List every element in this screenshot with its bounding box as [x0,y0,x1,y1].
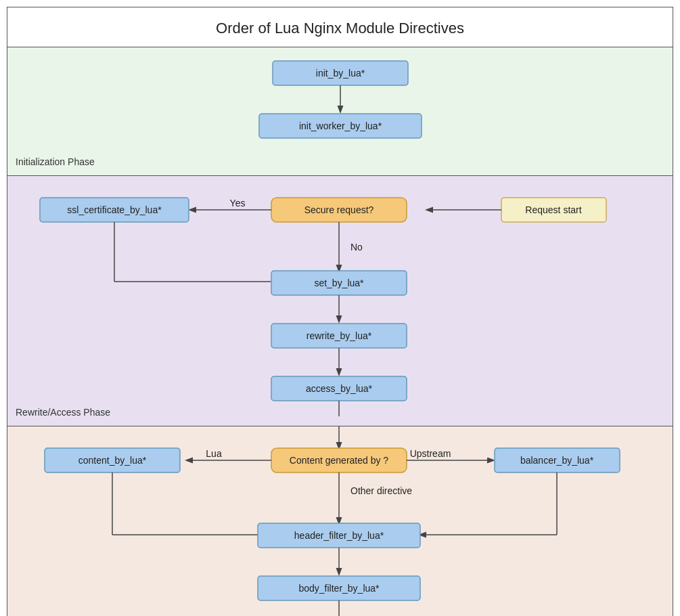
phase-rewrite-label: Rewrite/Access Phase [16,407,110,418]
rewrite-by-lua-label: rewrite_by_lua* [307,330,372,341]
body-filter-label: body_filter_by_lua* [298,583,380,594]
access-by-lua-label: access_by_lua* [306,383,373,394]
content-gen-label: Content generated by ? [290,455,389,466]
secure-request-label: Secure request? [304,204,374,215]
lua-label: Lua [206,448,222,459]
content-by-lua-label: content_by_lua* [78,455,147,466]
phase-init-svg: init_by_lua* init_worker_by_lua* [7,47,673,173]
diagram-title: Order of Lua Nginx Module Directives [7,7,673,47]
header-filter-label: header_filter_by_lua* [294,530,384,541]
ssl-cert-label: ssl_certificate_by_lua* [67,204,162,215]
phase-content: Content generated by ? Lua content_by_lu… [7,426,673,616]
balancer-by-lua-label: balancer_by_lua* [520,455,594,466]
diagram-wrapper: Order of Lua Nginx Module Directives ini… [7,7,673,616]
other-directive-label: Other directive [350,485,412,496]
yes-label: Yes [230,198,246,208]
request-start-label: Request start [525,204,581,215]
phase-rewrite: Request start Secure request? Yes ssl_ce… [7,175,673,426]
phase-content-svg: Content generated by ? Lua content_by_lu… [7,426,673,616]
phase-init: init_by_lua* init_worker_by_lua* Initial… [7,47,673,175]
upstream-label: Upstream [410,448,451,459]
init-by-lua-label: init_by_lua* [316,68,365,79]
set-by-lua-label: set_by_lua* [314,278,364,288]
init-worker-by-lua-label: init_worker_by_lua* [299,120,382,131]
phase-rewrite-svg: Request start Secure request? Yes ssl_ce… [7,176,673,420]
no-label: No [350,242,363,252]
phase-init-label: Initialization Phase [16,156,95,167]
